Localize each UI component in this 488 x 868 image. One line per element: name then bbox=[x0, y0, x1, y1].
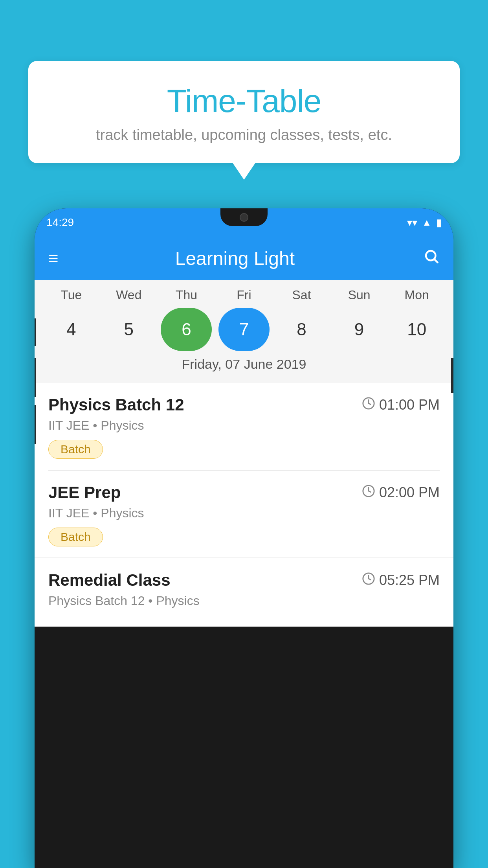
day-4[interactable]: 4 bbox=[46, 308, 97, 351]
bubble-subtitle: track timetable, upcoming classes, tests… bbox=[52, 127, 436, 143]
status-bar: 14:29 ▾▾ ▲ ▮ bbox=[35, 208, 453, 237]
day-header-tue: Tue bbox=[46, 288, 97, 302]
day-header-sat: Sat bbox=[276, 288, 327, 302]
power-button bbox=[451, 358, 453, 393]
phone-frame: 14:29 ▾▾ ▲ ▮ ≡ Learning Light bbox=[35, 208, 453, 868]
mute-button bbox=[35, 318, 36, 346]
schedule-title-2: JEE Prep bbox=[48, 483, 121, 502]
schedule-time-1: 01:00 PM bbox=[362, 397, 440, 413]
schedule-item-2-header: JEE Prep 02:00 PM bbox=[48, 483, 440, 502]
schedule-time-2: 02:00 PM bbox=[362, 484, 440, 501]
time-text-3: 05:25 PM bbox=[379, 572, 440, 588]
bubble-title: Time-Table bbox=[52, 83, 436, 120]
schedule-item-1[interactable]: Physics Batch 12 01:00 PM IIT JEE • P bbox=[35, 383, 453, 470]
clock-icon-1 bbox=[362, 397, 375, 413]
schedule-title-3: Remedial Class bbox=[48, 571, 171, 590]
phone-screen: Tue Wed Thu Fri Sat Sun Mon 4 5 6 7 8 9 … bbox=[35, 280, 453, 627]
wifi-icon: ▾▾ bbox=[407, 217, 417, 229]
schedule-content: Physics Batch 12 01:00 PM IIT JEE • P bbox=[35, 383, 453, 627]
day-numbers: 4 5 6 7 8 9 10 bbox=[35, 308, 453, 351]
speech-bubble-container: Time-Table track timetable, upcoming cla… bbox=[28, 61, 460, 163]
day-8[interactable]: 8 bbox=[276, 308, 327, 351]
selected-date: Friday, 07 June 2019 bbox=[35, 351, 453, 379]
notch bbox=[220, 208, 268, 226]
schedule-item-3[interactable]: Remedial Class 05:25 PM Physics Batch bbox=[35, 558, 453, 627]
batch-badge-1: Batch bbox=[48, 440, 103, 459]
schedule-time-3: 05:25 PM bbox=[362, 572, 440, 589]
schedule-subtitle-3: Physics Batch 12 • Physics bbox=[48, 594, 440, 608]
day-header-sun: Sun bbox=[334, 288, 385, 302]
schedule-item-2[interactable]: JEE Prep 02:00 PM IIT JEE • Physics bbox=[35, 471, 453, 558]
day-headers: Tue Wed Thu Fri Sat Sun Mon bbox=[35, 288, 453, 302]
battery-icon: ▮ bbox=[436, 217, 442, 229]
schedule-title-1: Physics Batch 12 bbox=[48, 395, 184, 414]
day-6-today[interactable]: 6 bbox=[161, 308, 212, 351]
day-header-thu: Thu bbox=[161, 288, 212, 302]
status-time: 14:29 bbox=[46, 216, 74, 229]
app-bar: ≡ Learning Light bbox=[35, 237, 453, 280]
day-10[interactable]: 10 bbox=[391, 308, 442, 351]
schedule-subtitle-2: IIT JEE • Physics bbox=[48, 506, 440, 520]
search-icon[interactable] bbox=[423, 248, 440, 268]
volume-down-button bbox=[35, 405, 36, 444]
schedule-item-1-header: Physics Batch 12 01:00 PM bbox=[48, 395, 440, 414]
schedule-subtitle-1: IIT JEE • Physics bbox=[48, 418, 440, 433]
status-icons: ▾▾ ▲ ▮ bbox=[407, 217, 442, 229]
signal-icon: ▲ bbox=[422, 217, 431, 228]
clock-icon-3 bbox=[362, 572, 375, 589]
day-5[interactable]: 5 bbox=[103, 308, 154, 351]
batch-badge-2: Batch bbox=[48, 528, 103, 546]
clock-icon-2 bbox=[362, 484, 375, 501]
time-text-2: 02:00 PM bbox=[379, 484, 440, 501]
day-7-selected[interactable]: 7 bbox=[218, 308, 270, 351]
schedule-item-3-header: Remedial Class 05:25 PM bbox=[48, 571, 440, 590]
time-text-1: 01:00 PM bbox=[379, 397, 440, 413]
svg-line-1 bbox=[435, 259, 438, 263]
day-header-mon: Mon bbox=[391, 288, 442, 302]
calendar-strip: Tue Wed Thu Fri Sat Sun Mon 4 5 6 7 8 9 … bbox=[35, 280, 453, 383]
app-title: Learning Light bbox=[47, 248, 423, 269]
front-camera bbox=[240, 213, 248, 222]
day-header-wed: Wed bbox=[103, 288, 154, 302]
day-9[interactable]: 9 bbox=[334, 308, 385, 351]
speech-bubble: Time-Table track timetable, upcoming cla… bbox=[28, 61, 460, 163]
phone-container: 14:29 ▾▾ ▲ ▮ ≡ Learning Light bbox=[35, 208, 453, 868]
volume-up-button bbox=[35, 358, 36, 397]
day-header-fri: Fri bbox=[218, 288, 270, 302]
